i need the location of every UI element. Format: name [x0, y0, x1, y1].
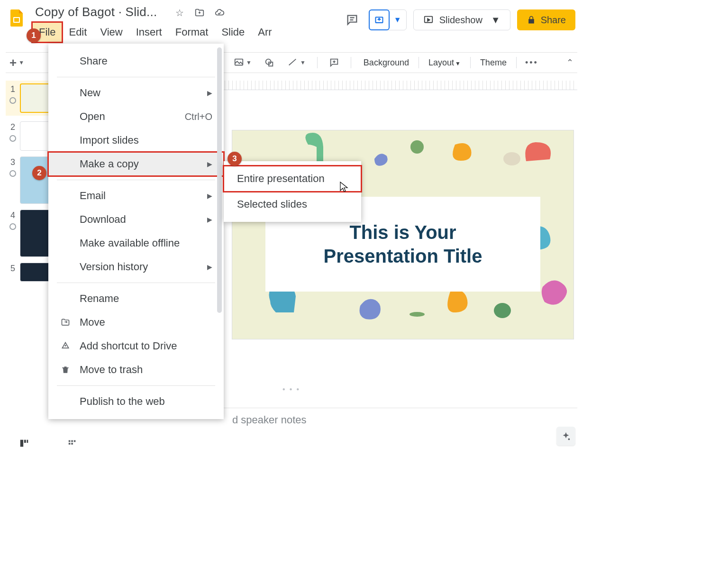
- svg-point-15: [410, 312, 425, 317]
- svg-rect-26: [74, 440, 76, 442]
- svg-point-16: [494, 303, 511, 318]
- bottom-view-icons: [19, 438, 78, 448]
- slide-number: 3: [6, 156, 20, 167]
- menu-item-open[interactable]: OpenCtrl+O: [48, 105, 224, 128]
- menu-scrollbar[interactable]: [217, 47, 222, 313]
- menu-item-make-a-copy[interactable]: Make a copy▶: [48, 152, 224, 176]
- skip-slide-icon: [9, 135, 16, 142]
- move-icon: [60, 317, 71, 328]
- share-button[interactable]: Share: [517, 9, 575, 30]
- svg-point-13: [503, 152, 520, 165]
- image-tool-icon[interactable]: ▼: [230, 55, 255, 70]
- explore-button[interactable]: [556, 427, 575, 446]
- cloud-status-icon[interactable]: [214, 7, 225, 18]
- layout-button[interactable]: Layout▼: [424, 56, 465, 70]
- menu-item-download[interactable]: Download▶: [48, 208, 224, 231]
- annotation-badge-1: 1: [27, 28, 41, 43]
- menu-format[interactable]: Format: [169, 22, 215, 42]
- slideshow-button[interactable]: Slideshow ▼: [413, 9, 510, 30]
- menu-arrange[interactable]: Arr: [251, 22, 278, 42]
- menu-item-import-slides[interactable]: Import slides: [48, 128, 224, 152]
- share-label: Share: [541, 15, 566, 26]
- menu-item-version-history[interactable]: Version history▶: [48, 255, 224, 279]
- slide-number: 4: [6, 210, 20, 220]
- shape-tool-icon[interactable]: [260, 55, 278, 70]
- present-dropdown-icon[interactable]: ▼: [389, 16, 406, 24]
- menu-item-rename[interactable]: Rename: [48, 287, 224, 311]
- slideshow-label: Slideshow: [439, 15, 482, 26]
- comments-button[interactable]: [342, 10, 362, 30]
- file-menu: Share New▶ OpenCtrl+O Import slides Make…: [48, 44, 224, 419]
- menu-item-share[interactable]: Share: [48, 49, 224, 73]
- mouse-cursor-icon: [339, 181, 349, 193]
- theme-button[interactable]: Theme: [475, 56, 511, 70]
- svg-line-9: [289, 59, 296, 65]
- menu-item-email[interactable]: Email▶: [48, 184, 224, 208]
- skip-slide-icon: [9, 170, 16, 177]
- menu-bar: File Edit View Insert Format Slide Arr: [32, 22, 279, 42]
- filmstrip-view-icon[interactable]: [67, 438, 78, 448]
- document-title[interactable]: Copy of Bagot · Slid...: [32, 4, 160, 20]
- star-icon[interactable]: ☆: [174, 7, 185, 18]
- slides-logo-icon[interactable]: [6, 7, 28, 29]
- menu-item-move[interactable]: Move: [48, 311, 224, 334]
- present-pill[interactable]: ▼: [369, 9, 407, 30]
- drive-shortcut-icon: [60, 340, 71, 352]
- move-to-folder-icon[interactable]: [194, 7, 205, 18]
- menu-item-add-shortcut[interactable]: Add shortcut to Drive: [48, 334, 224, 358]
- new-slide-button[interactable]: + ▼: [6, 54, 28, 72]
- skip-slide-icon: [9, 97, 16, 104]
- grid-view-icon[interactable]: [19, 438, 29, 448]
- skip-slide-icon: [9, 223, 16, 230]
- menu-view[interactable]: View: [93, 22, 129, 42]
- menu-item-move-to-trash[interactable]: Move to trash: [48, 358, 224, 382]
- header-right-controls: ▼ Slideshow ▼ Share: [342, 9, 575, 30]
- svg-rect-24: [71, 440, 73, 442]
- slide-title-line-2: Presentation Title: [324, 246, 482, 266]
- svg-rect-22: [69, 440, 71, 442]
- background-button[interactable]: Background: [359, 56, 414, 70]
- svg-rect-20: [24, 440, 26, 443]
- menu-slide[interactable]: Slide: [215, 22, 251, 42]
- menu-item-new[interactable]: New▶: [48, 81, 224, 105]
- svg-rect-23: [69, 443, 71, 445]
- slide-title-line-1: This is Your: [349, 222, 456, 243]
- trash-icon: [60, 364, 71, 375]
- line-tool-icon[interactable]: ▼: [283, 55, 309, 70]
- svg-rect-21: [27, 440, 28, 443]
- annotation-badge-3: 3: [228, 152, 242, 166]
- comment-add-icon[interactable]: [325, 55, 343, 70]
- slide-number: 5: [6, 263, 20, 274]
- menu-edit[interactable]: Edit: [62, 22, 93, 42]
- more-tools-icon[interactable]: •••: [521, 56, 542, 70]
- svg-rect-1: [14, 18, 19, 22]
- menu-insert[interactable]: Insert: [129, 22, 169, 42]
- slide-number: 1: [6, 83, 20, 94]
- menu-item-make-available-offline[interactable]: Make available offline: [48, 231, 224, 255]
- menu-item-publish-to-web[interactable]: Publish to the web: [48, 390, 224, 413]
- slideshow-dropdown-icon[interactable]: ▼: [491, 15, 500, 26]
- chevron-up-icon[interactable]: ⌃: [563, 55, 577, 70]
- splitter-handle[interactable]: ● ● ●: [282, 386, 301, 392]
- svg-rect-25: [71, 443, 73, 445]
- svg-rect-19: [20, 440, 23, 447]
- annotation-badge-2: 2: [32, 166, 46, 180]
- svg-point-27: [568, 439, 570, 440]
- slide-number: 2: [6, 121, 20, 132]
- submenu-selected-slides[interactable]: Selected slides: [224, 192, 361, 217]
